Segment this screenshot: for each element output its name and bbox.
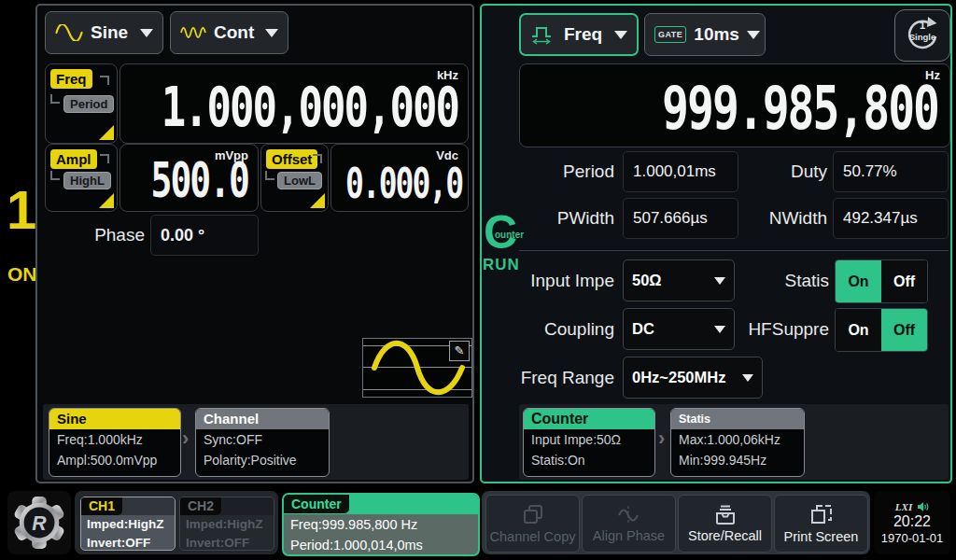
coupling-label: Coupling xyxy=(515,308,614,350)
corner-mark xyxy=(100,76,109,85)
statis-label: Statis xyxy=(754,259,829,301)
counter-info-tab[interactable]: Counter Input Impe:50Ω Statis:On xyxy=(523,408,655,477)
align-phase-label: Align Phase xyxy=(593,528,665,543)
single-label: Single xyxy=(909,32,936,42)
counter-mode-select[interactable]: Freq xyxy=(519,13,639,56)
offset-param-box[interactable]: Offset LowL xyxy=(260,144,329,212)
sine-info-tab[interactable]: Sine Freq:1.000kHz Ampl:500.0mVpp xyxy=(49,408,181,477)
chevron-down-icon xyxy=(614,31,627,39)
ampl-display[interactable]: mVpp 500.0 xyxy=(120,144,259,212)
system-menu-button[interactable]: R xyxy=(7,491,71,554)
channel-copy-button: Channel Copy xyxy=(485,495,580,553)
align-phase-icon xyxy=(616,504,642,526)
hf-suppress-on-button[interactable]: On xyxy=(836,309,881,351)
period-label: Period xyxy=(519,151,614,192)
chevron-down-icon xyxy=(742,374,753,382)
freq-param-box[interactable]: Freq Period xyxy=(45,63,118,144)
status-clock-box[interactable]: LXI 20:22 1970-01-01 xyxy=(874,491,950,554)
status-icons-row: LXI xyxy=(895,501,929,512)
store-recall-button[interactable]: Store/Recall xyxy=(678,495,772,553)
freq-display[interactable]: kHz 1.000,000,000 xyxy=(120,63,469,144)
statis-info-tab[interactable]: Statis Max:1.000,06kHz Min:999.945Hz xyxy=(670,408,805,477)
freq-range-select[interactable]: 0Hz~250MHz xyxy=(623,357,763,399)
ch1-info-strip: Sine Freq:1.000kHz Ampl:500.0mVpp › Chan… xyxy=(43,404,469,480)
statis-toggle: On Off xyxy=(835,259,928,303)
ampl-param-box[interactable]: Ampl HighL xyxy=(45,144,118,212)
store-recall-icon xyxy=(713,504,738,526)
counter-status-line: Period:1.000,014,0ms xyxy=(284,535,478,555)
sine-info-line: Ampl:500.0mVpp xyxy=(49,450,180,470)
hf-suppress-toggle: On Off xyxy=(835,308,928,352)
offset-display[interactable]: Vdc 0.000,0 xyxy=(330,144,469,212)
pwidth-label: PWidth xyxy=(519,198,614,239)
single-cycle-icon: 1 Single xyxy=(901,13,944,58)
duty-label: Duty xyxy=(732,151,827,192)
freq-chip[interactable]: Freq xyxy=(50,69,92,89)
freq-range-value: 0Hz~250MHz xyxy=(632,369,725,386)
waveform-select[interactable]: Sine xyxy=(45,11,163,54)
hf-suppress-label: HFSuppre xyxy=(736,308,829,350)
print-screen-button[interactable]: Print Screen xyxy=(774,495,868,553)
corner-mark xyxy=(50,171,60,180)
channel-info-title: Channel xyxy=(196,409,329,429)
ch1-status-line: Invert:OFF xyxy=(81,534,175,551)
sine-info-title: Sine xyxy=(49,409,180,429)
counter-reading-display[interactable]: Hz 999.985,800 xyxy=(519,63,950,147)
counter-status-box[interactable]: Counter Freq:999.985,800 Hz Period:1.000… xyxy=(282,493,480,556)
freq-value: 1.000,000,000 xyxy=(162,75,458,139)
ch1-status-box[interactable]: CH1 Imped:HighZ Invert:OFF xyxy=(80,497,176,551)
edit-icon[interactable]: ✎ xyxy=(449,341,470,361)
counter-info-line: Input Impe:50Ω xyxy=(524,429,654,450)
counter-status-title: Counter xyxy=(284,495,350,514)
pwidth-value: 507.666µs xyxy=(623,198,738,239)
counter-info-strip: Counter Input Impe:50Ω Statis:On › Stati… xyxy=(519,404,949,480)
hf-suppress-off-button[interactable]: Off xyxy=(881,309,927,351)
duty-value: 50.77% xyxy=(833,151,949,192)
channel-info-tab[interactable]: Channel Sync:OFF Polarity:Positive xyxy=(195,408,330,477)
align-phase-button: Align Phase xyxy=(582,495,676,553)
offset-value: 0.000,0 xyxy=(345,159,462,208)
chevron-right-icon: › xyxy=(658,427,665,451)
rigol-logo-letter: R xyxy=(32,512,47,535)
ch2-status-box[interactable]: CH2 Imped:HighZ Invert:OFF xyxy=(179,497,274,551)
sine-icon xyxy=(55,24,83,41)
pulse-measure-icon xyxy=(530,24,556,46)
nwidth-label: NWidth xyxy=(732,198,827,239)
chevron-right-icon: › xyxy=(182,427,189,451)
input-impedance-select[interactable]: 50Ω xyxy=(623,259,735,301)
clock-date: 1970-01-01 xyxy=(881,531,944,545)
ampl-chip[interactable]: Ampl xyxy=(50,149,97,169)
chevron-down-icon xyxy=(140,29,153,37)
counter-info-line: Statis:On xyxy=(524,450,654,470)
ch1-status-line: Imped:HighZ xyxy=(81,515,175,534)
lxi-logo: LXI xyxy=(895,501,912,512)
ch2-status-title: CH2 xyxy=(180,497,221,515)
counter-mode-label: Freq xyxy=(564,24,602,45)
phase-input[interactable]: 0.00 ° xyxy=(150,215,259,256)
channel-info-line: Sync:OFF xyxy=(196,429,329,450)
lowl-chip[interactable]: LowL xyxy=(277,172,322,189)
section-divider xyxy=(519,250,949,251)
edit-indicator-triangle xyxy=(310,193,325,208)
rigol-gear-logo: R xyxy=(12,496,66,550)
coupling-select[interactable]: DC xyxy=(623,308,735,350)
period-chip[interactable]: Period xyxy=(63,95,114,113)
gate-time-value: 10ms xyxy=(694,24,739,45)
channel-1-number[interactable]: 1 xyxy=(7,183,36,237)
single-trigger-button[interactable]: 1 Single xyxy=(894,9,950,62)
ch1-panel: Sine Cont Freq Period kHz 1.000,000,000 … xyxy=(35,4,474,483)
run-mode-label: Cont xyxy=(214,22,254,43)
phase-label: Phase xyxy=(75,215,145,256)
waveform-preview[interactable]: ✎ xyxy=(362,338,472,398)
ch1-status-title: CH1 xyxy=(81,497,122,515)
chevron-down-icon xyxy=(265,29,278,37)
ch2-status-line: Imped:HighZ xyxy=(180,515,274,534)
offset-chip[interactable]: Offset xyxy=(266,149,317,169)
statis-on-button[interactable]: On xyxy=(836,260,881,302)
nwidth-value: 492.347µs xyxy=(833,198,949,239)
statis-off-button[interactable]: Off xyxy=(881,260,927,302)
run-mode-select[interactable]: Cont xyxy=(170,11,288,54)
highl-chip[interactable]: HighL xyxy=(63,172,111,189)
statis-info-line: Min:999.945Hz xyxy=(671,450,804,470)
gate-time-select[interactable]: GATE 10ms xyxy=(644,13,766,56)
